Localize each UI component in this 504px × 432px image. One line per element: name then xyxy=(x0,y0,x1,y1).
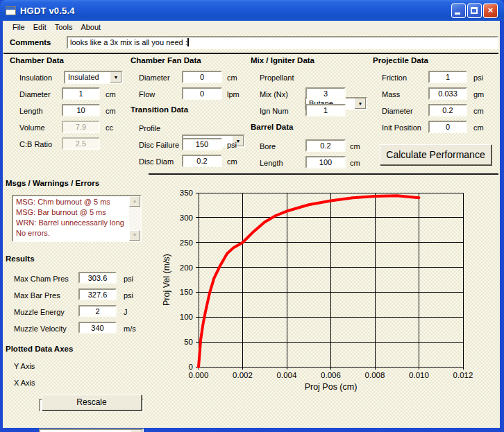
max-cham-pres-label: Max Cham Pres xyxy=(14,275,69,283)
muzzle-velocity-unit: m/s xyxy=(124,325,136,333)
svg-text:0.004: 0.004 xyxy=(277,371,297,379)
chamber-diameter-label: Diameter xyxy=(19,90,51,98)
message-line: WRN: Barrel unnecessarily long xyxy=(16,218,128,228)
chevron-down-icon[interactable]: ▼ xyxy=(110,72,121,83)
svg-text:0.010: 0.010 xyxy=(409,371,429,379)
menu-file[interactable]: File xyxy=(8,22,29,32)
bore-unit: cm xyxy=(350,142,360,150)
form-background: Comments looks like a 3x mix is all you … xyxy=(3,33,500,428)
svg-text:200: 200 xyxy=(180,263,193,272)
disc-failure-input[interactable]: 150 xyxy=(182,138,222,150)
calculate-performance-button[interactable]: Calculate Performance xyxy=(380,144,492,165)
barrel-length-label: Length xyxy=(260,159,283,167)
fan-diameter-unit: cm xyxy=(227,74,237,82)
disc-diam-label: Disc Diam xyxy=(139,157,174,166)
chamber-diameter-unit: cm xyxy=(106,90,116,98)
volume-output: 7.9 xyxy=(62,121,100,133)
message-line: MSG: Bar burnout @ 5 ms xyxy=(16,207,128,218)
volume-unit: cc xyxy=(106,123,113,132)
maximize-button[interactable] xyxy=(467,3,482,18)
barrel-length-input[interactable]: 100 xyxy=(305,156,346,169)
fan-flow-label: Flow xyxy=(139,90,155,98)
friction-unit: psi xyxy=(473,74,483,82)
propellant-label: Propellant xyxy=(260,74,294,82)
chamber-length-label: Length xyxy=(19,107,43,115)
chevron-down-icon[interactable]: ▼ xyxy=(354,98,366,109)
mass-input[interactable]: 0.033 xyxy=(428,87,467,100)
disc-diam-input[interactable]: 0.2 xyxy=(182,155,222,167)
cb-ratio-output: 2.5 xyxy=(62,137,100,150)
section-results: Results xyxy=(6,254,35,263)
max-cham-pres-unit: psi xyxy=(124,275,133,283)
disc-failure-label: Disc Failure xyxy=(139,141,179,149)
svg-text:0.008: 0.008 xyxy=(365,371,385,379)
svg-text:0.000: 0.000 xyxy=(189,371,209,379)
init-position-unit: cm xyxy=(473,123,484,132)
fan-diameter-label: Diameter xyxy=(139,74,170,82)
max-bar-pres-unit: psi xyxy=(124,291,133,300)
message-line: MSG: Chm burnout @ 5 ms xyxy=(16,197,128,207)
menu-bar: File Edit Tools About xyxy=(3,21,500,33)
close-button[interactable]: × xyxy=(483,3,498,18)
svg-text:Proj Vel (m/s): Proj Vel (m/s) xyxy=(162,254,171,306)
svg-text:150: 150 xyxy=(180,288,193,296)
ign-num-input[interactable]: 1 xyxy=(305,104,346,116)
insulation-label: Insulation xyxy=(19,74,52,82)
bore-input[interactable]: 0.2 xyxy=(305,139,346,152)
app-icon xyxy=(6,6,16,15)
muzzle-velocity-output: 340 xyxy=(78,322,117,334)
comments-input[interactable]: looks like a 3x mix is all you need : xyxy=(67,36,498,49)
cb-ratio-label: C:B Ratio xyxy=(19,140,52,148)
svg-text:350: 350 xyxy=(180,189,193,197)
menu-tools[interactable]: Tools xyxy=(51,22,77,32)
menu-about[interactable]: About xyxy=(76,22,105,32)
friction-label: Friction xyxy=(382,74,407,82)
section-fan-data: Chamber Fan Data xyxy=(131,56,201,64)
proj-diameter-input[interactable]: 0.2 xyxy=(428,104,467,116)
svg-text:100: 100 xyxy=(180,313,193,321)
insulation-value: Insulated xyxy=(68,73,99,81)
messages-scrollbar[interactable]: ▲ ▼ xyxy=(129,196,140,241)
title-bar[interactable]: HGDT v0.5.4 xyxy=(0,0,504,21)
window-title: HGDT v0.5.4 xyxy=(20,6,75,16)
comments-text: looks like a 3x mix is all you need : xyxy=(70,38,187,46)
chamber-length-unit: cm xyxy=(106,107,116,115)
ign-num-label: Ign Num xyxy=(260,107,289,115)
max-bar-pres-label: Max Bar Pres xyxy=(14,291,60,300)
fan-diameter-input[interactable]: 0 xyxy=(182,71,222,83)
x-axis-select[interactable]: Projectile Position▼ xyxy=(39,429,144,432)
performance-chart: 0.0000.0020.0040.0060.0080.0100.01205010… xyxy=(153,175,500,404)
muzzle-energy-label: Muzzle Energy xyxy=(14,308,65,316)
messages-box[interactable]: MSG: Chm burnout @ 5 ms MSG: Bar burnout… xyxy=(12,195,142,242)
friction-input[interactable]: 1 xyxy=(428,71,467,83)
svg-text:0: 0 xyxy=(189,363,193,371)
mix-nx-input[interactable]: 3 xyxy=(305,87,346,100)
scroll-down-icon[interactable]: ▼ xyxy=(129,230,140,241)
section-chamber-data: Chamber Data xyxy=(10,56,64,64)
disc-diam-unit: cm xyxy=(227,157,237,166)
scroll-up-icon[interactable]: ▲ xyxy=(129,196,140,207)
profile-label: Profile xyxy=(139,124,160,132)
messages-text: MSG: Chm burnout @ 5 ms MSG: Bar burnout… xyxy=(15,197,128,240)
section-plotted-axes: Plotted Data Axes xyxy=(6,345,73,353)
minimize-button[interactable] xyxy=(451,3,466,18)
init-position-input[interactable]: 0 xyxy=(428,121,467,133)
mix-nx-label: Mix (Nx) xyxy=(260,90,288,98)
comments-label: Comments xyxy=(10,38,51,46)
message-line: No errors. xyxy=(16,228,128,239)
svg-text:300: 300 xyxy=(180,214,193,222)
rescale-button[interactable]: Rescale xyxy=(42,395,142,411)
proj-diameter-label: Diameter xyxy=(382,107,413,115)
max-bar-pres-output: 327.6 xyxy=(78,288,117,300)
menu-edit[interactable]: Edit xyxy=(29,22,51,32)
muzzle-energy-output: 2 xyxy=(78,305,117,317)
chamber-diameter-input[interactable]: 1 xyxy=(62,87,100,100)
insulation-select[interactable]: Insulated▼ xyxy=(64,71,123,84)
section-msgs: Msgs / Warnings / Errors xyxy=(6,179,99,187)
fan-flow-input[interactable]: 0 xyxy=(182,87,222,100)
chamber-length-input[interactable]: 10 xyxy=(62,104,100,116)
max-cham-pres-output: 303.6 xyxy=(78,272,117,284)
section-barrel-data: Barrel Data xyxy=(251,123,293,131)
svg-text:250: 250 xyxy=(180,239,193,247)
svg-text:50: 50 xyxy=(184,338,193,346)
